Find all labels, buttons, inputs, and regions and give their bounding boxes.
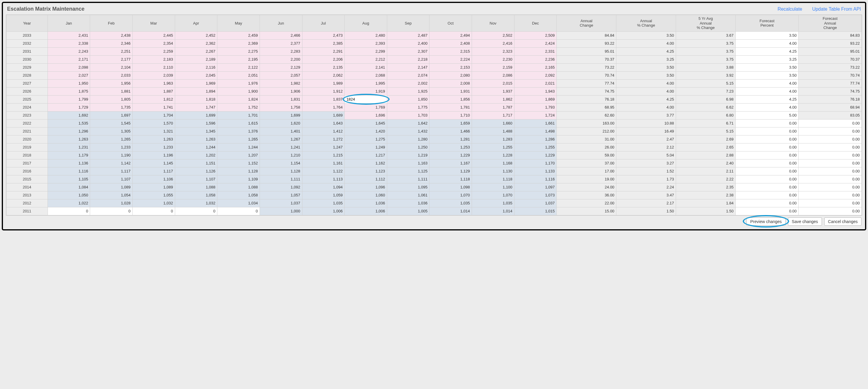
month-cell[interactable]: 1,976 (217, 79, 260, 87)
month-cell[interactable]: 1,111 (387, 175, 429, 183)
month-cell[interactable]: 1,894 (175, 87, 217, 95)
month-cell[interactable]: 2,362 (175, 39, 217, 47)
month-cell[interactable]: 1,704 (133, 111, 175, 119)
month-cell[interactable]: 2,153 (429, 63, 472, 71)
forecast-change-cell[interactable]: 0.00 (799, 135, 862, 143)
month-cell[interactable]: 1,109 (217, 175, 260, 183)
forecast-pct-cell[interactable]: 5.00 (735, 111, 799, 119)
month-cell[interactable]: 1,058 (217, 191, 260, 199)
month-cell[interactable]: 2,033 (90, 71, 133, 79)
month-cell[interactable]: 2,183 (133, 55, 175, 63)
month-cell[interactable]: 1,136 (48, 159, 90, 167)
month-cell[interactable]: 1,179 (48, 151, 90, 159)
month-cell[interactable]: 1,229 (429, 151, 472, 159)
month-cell[interactable]: 1,088 (175, 183, 217, 191)
month-cell[interactable]: 0 (175, 207, 217, 215)
month-cell[interactable]: 2,346 (90, 39, 133, 47)
month-cell[interactable]: 1,642 (387, 119, 429, 127)
month-cell[interactable]: 1,717 (472, 111, 515, 119)
month-cell[interactable]: 1,163 (387, 159, 429, 167)
month-cell[interactable]: 1,089 (90, 183, 133, 191)
month-cell[interactable]: 1,034 (217, 199, 260, 207)
month-cell[interactable]: 1,207 (217, 151, 260, 159)
forecast-pct-cell[interactable]: 0.00 (735, 191, 799, 199)
month-cell[interactable]: 1,937 (472, 87, 515, 95)
month-cell[interactable]: 2,331 (514, 47, 557, 55)
col-year[interactable]: Year (6, 15, 48, 32)
month-cell[interactable]: 2,291 (302, 47, 345, 55)
month-cell[interactable]: 2,487 (387, 31, 429, 39)
month-cell[interactable]: 1,022 (48, 199, 90, 207)
forecast-pct-cell[interactable]: 0.00 (735, 167, 799, 175)
month-cell[interactable]: 2,039 (133, 71, 175, 79)
month-cell[interactable]: 1,107 (175, 175, 217, 183)
month-cell[interactable]: 1,122 (302, 167, 345, 175)
forecast-pct-cell[interactable]: 0.00 (735, 199, 799, 207)
month-cell[interactable]: 2,267 (175, 47, 217, 55)
month-cell[interactable]: 1,098 (429, 183, 472, 191)
month-cell[interactable]: 1,167 (429, 159, 472, 167)
col-month-jan[interactable]: Jan (48, 15, 90, 32)
month-cell[interactable]: 2,416 (472, 39, 515, 47)
month-cell[interactable]: 1,775 (387, 103, 429, 111)
month-cell[interactable]: 1,963 (133, 79, 175, 87)
month-cell[interactable]: 2,315 (429, 47, 472, 55)
col-forecast-pct[interactable]: ForecastPercent (735, 15, 799, 32)
month-cell[interactable]: 1,107 (90, 175, 133, 183)
month-cell[interactable]: 2,377 (259, 39, 302, 47)
month-cell[interactable]: 1,710 (429, 111, 472, 119)
month-cell[interactable]: 1,128 (217, 167, 260, 175)
forecast-pct-cell[interactable]: 3.50 (735, 63, 799, 71)
month-cell[interactable]: 1,769 (345, 103, 387, 111)
month-cell[interactable]: 1,241 (259, 143, 302, 151)
month-cell[interactable]: 1,660 (472, 119, 515, 127)
month-cell[interactable]: 1,128 (259, 167, 302, 175)
recalculate-link[interactable]: Recalculate (778, 6, 802, 11)
month-cell[interactable]: 1,088 (217, 183, 260, 191)
month-cell[interactable]: 1,345 (175, 127, 217, 135)
month-cell[interactable]: 1,283 (472, 135, 515, 143)
month-cell[interactable]: 1,006 (302, 207, 345, 215)
forecast-pct-cell[interactable]: 4.00 (735, 87, 799, 95)
month-cell[interactable]: 1,837 (302, 95, 345, 103)
month-cell[interactable]: 2,502 (472, 31, 515, 39)
month-cell[interactable]: 2,224 (429, 55, 472, 63)
col-month-mar[interactable]: Mar (133, 15, 175, 32)
month-cell[interactable]: 2,200 (259, 55, 302, 63)
month-cell[interactable]: 2,283 (259, 47, 302, 55)
month-cell[interactable]: 1,498 (514, 127, 557, 135)
forecast-pct-cell[interactable]: 0.00 (735, 159, 799, 167)
month-cell[interactable]: 1,466 (429, 127, 472, 135)
month-cell[interactable]: 2,480 (345, 31, 387, 39)
month-cell[interactable]: 1,058 (175, 191, 217, 199)
month-cell[interactable]: 2,086 (472, 71, 515, 79)
forecast-pct-cell[interactable]: 3.25 (735, 55, 799, 63)
col-month-nov[interactable]: Nov (472, 15, 515, 32)
escalation-grid[interactable]: YearJanFebMarAprMayJunJulAugSepOctNovDec… (6, 15, 862, 215)
month-cell[interactable]: 2,494 (429, 31, 472, 39)
col-month-sep[interactable]: Sep (387, 15, 429, 32)
month-cell[interactable]: 2,177 (90, 55, 133, 63)
month-cell[interactable]: 2,008 (429, 79, 472, 87)
month-cell[interactable]: 1,125 (387, 167, 429, 175)
month-cell[interactable]: 1,151 (175, 159, 217, 167)
month-cell[interactable]: 0 (217, 207, 260, 215)
month-cell[interactable]: 2,307 (387, 47, 429, 55)
month-cell[interactable]: 1,145 (133, 159, 175, 167)
month-cell[interactable]: 1,055 (133, 191, 175, 199)
month-cell[interactable]: 1,117 (90, 167, 133, 175)
month-cell[interactable]: 1,244 (175, 143, 217, 151)
forecast-pct-cell[interactable]: 0.00 (735, 143, 799, 151)
forecast-pct-cell[interactable]: 3.50 (735, 31, 799, 39)
month-cell[interactable]: 1,263 (133, 135, 175, 143)
month-cell[interactable]: 1,228 (472, 151, 515, 159)
month-cell[interactable]: 2,424 (514, 39, 557, 47)
col-annual-change[interactable]: AnnualChange (557, 15, 616, 32)
month-cell[interactable]: 1,376 (217, 127, 260, 135)
month-cell[interactable]: 1,006 (345, 207, 387, 215)
month-cell[interactable]: 2,057 (259, 71, 302, 79)
month-cell[interactable]: 2,230 (472, 55, 515, 63)
forecast-pct-cell[interactable]: 0.00 (735, 127, 799, 135)
month-cell[interactable]: 2,051 (217, 71, 260, 79)
month-cell[interactable]: 1,170 (514, 159, 557, 167)
